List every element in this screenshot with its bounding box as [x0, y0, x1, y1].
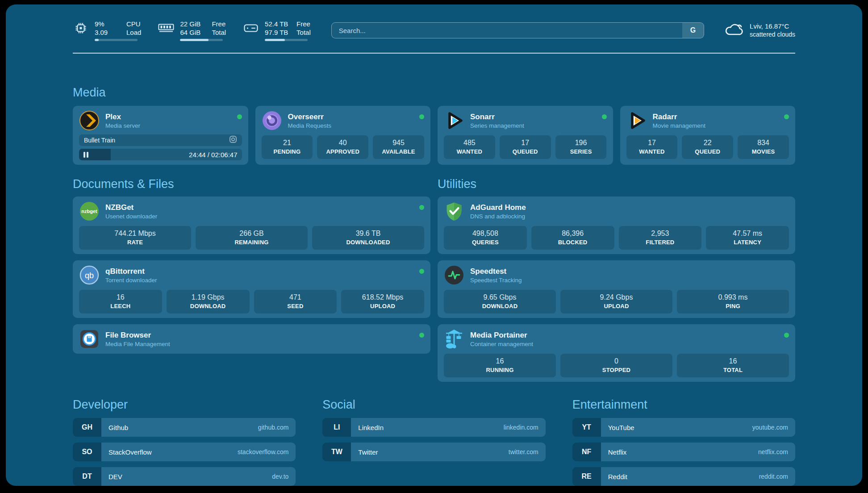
stat-stopped: 0 STOPPED	[560, 354, 672, 377]
card-adguard[interactable]: AdGuard Home DNS and adblocking 498,508 …	[438, 196, 795, 254]
dashboard-panel: 9% 3.09 CPU Load	[6, 4, 862, 486]
pause-button[interactable]	[83, 152, 88, 158]
bookmark-name: Netflix	[608, 448, 627, 456]
stat-approved: 40 APPROVED	[317, 135, 368, 159]
bookmark-dev[interactable]: DT DEV dev.to	[73, 467, 296, 486]
card-title: qBittorrent	[105, 267, 413, 276]
memory-total-label: Total	[212, 28, 226, 37]
stat-series: 196 SERIES	[555, 135, 607, 159]
bookmark-abbr: YT	[572, 418, 601, 437]
svg-text:nzbget: nzbget	[81, 209, 97, 214]
section-heading-entertainment: Entertainment	[572, 398, 795, 412]
card-title: File Browser	[105, 330, 413, 340]
stat-ping: 0.993 ms PING	[677, 290, 789, 313]
card-speedtest[interactable]: Speedtest Speedtest Tracking 9.65 Gbps D…	[438, 260, 795, 318]
card-portainer[interactable]: Media Portainer Container management 16 …	[438, 324, 795, 382]
plex-icon	[79, 110, 100, 131]
memory-total-value: 64 GiB	[180, 28, 206, 37]
card-radarr[interactable]: Radarr Movie management 17 WANTED 22 QUE…	[620, 106, 796, 165]
card-filebrowser[interactable]: File Browser Media File Management	[73, 324, 430, 354]
card-subtitle: Movie management	[653, 122, 779, 130]
adguard-icon	[444, 201, 464, 221]
cpu-load-label: Load	[126, 28, 141, 37]
card-title: Sonarr	[470, 112, 596, 121]
cpu-usage-value: 9%	[95, 20, 121, 28]
stat-queued: 22 QUEUED	[682, 135, 733, 159]
section-heading-social: Social	[322, 398, 545, 412]
bookmark-column-social: Social LI LinkedIn linkedin.com TW Twitt…	[322, 398, 545, 486]
card-subtitle: Media Requests	[288, 122, 414, 130]
now-playing-title: Bullet Train	[84, 137, 115, 144]
bookmark-linkedin[interactable]: LI LinkedIn linkedin.com	[322, 418, 545, 437]
weather-widget[interactable]: Lviv, 16.87°C scattered clouds	[724, 21, 795, 39]
bookmark-youtube[interactable]: YT YouTube youtube.com	[572, 418, 795, 437]
card-sonarr[interactable]: Sonarr Series management 485 WANTED 17 Q…	[438, 106, 613, 165]
card-subtitle: Media server	[105, 122, 231, 130]
bookmark-github[interactable]: GH Github github.com	[73, 418, 296, 437]
card-overseerr[interactable]: Overseerr Media Requests 21 PENDING 40 A…	[255, 106, 431, 165]
disk-total-label: Total	[296, 28, 311, 37]
bookmark-name: LinkedIn	[358, 424, 384, 431]
card-title: Plex	[105, 112, 231, 121]
status-dot-online	[784, 333, 789, 338]
documents-column: Documents & Files nzbget	[73, 177, 430, 382]
card-title: Overseerr	[288, 112, 414, 121]
disk-icon	[243, 22, 259, 34]
top-bar: 9% 3.09 CPU Load	[73, 20, 795, 41]
stat-wanted: 17 WANTED	[626, 135, 678, 159]
bookmark-netflix[interactable]: NF Netflix netflix.com	[572, 443, 795, 461]
cloud-icon	[724, 21, 743, 39]
bookmark-name: Reddit	[608, 473, 627, 480]
portainer-icon	[444, 329, 464, 349]
status-dot-online	[419, 269, 424, 274]
stat-total: 16 TOTAL	[677, 354, 789, 377]
disk-free-value: 52.4 TB	[265, 20, 291, 28]
weather-location-temp: Lviv, 16.87°C	[750, 22, 795, 30]
bookmark-url: dev.to	[272, 473, 288, 480]
playback-time: 24:44 / 02:06:47	[189, 151, 237, 159]
bookmark-name: DEV	[108, 473, 122, 480]
card-subtitle: Usenet downloader	[105, 213, 413, 220]
status-dot-online	[419, 114, 424, 119]
cpu-label: CPU	[126, 20, 141, 28]
plex-now-playing: Bullet Train	[79, 134, 242, 146]
bookmark-abbr: TW	[322, 443, 351, 461]
qbittorrent-icon: qb	[79, 265, 100, 285]
card-qbittorrent[interactable]: qb qBittorrent Torrent downloader	[73, 260, 430, 318]
section-heading-utilities: Utilities	[438, 177, 795, 191]
card-subtitle: Media File Management	[105, 340, 413, 348]
card-title: AdGuard Home	[470, 203, 789, 212]
disk-free-label: Free	[296, 20, 311, 28]
card-nzbget[interactable]: nzbget NZBGet Usenet downloader 74	[73, 196, 430, 254]
card-plex[interactable]: Plex Media server Bullet Train	[73, 106, 248, 165]
svg-text:qb: qb	[85, 271, 94, 280]
card-title: Radarr	[653, 112, 779, 121]
stat-movies: 834 MOVIES	[738, 135, 789, 159]
bookmark-name: Twitter	[358, 448, 378, 456]
search-input[interactable]	[332, 23, 682, 38]
cpu-load-value: 3.09	[95, 28, 121, 37]
status-dot-online	[419, 333, 424, 338]
video-icon	[229, 135, 237, 145]
memory-icon	[158, 23, 174, 33]
bookmark-column-entertainment: Entertainment YT YouTube youtube.com NF …	[572, 398, 795, 486]
bookmark-twitter[interactable]: TW Twitter twitter.com	[322, 443, 545, 461]
bookmark-column-developer: Developer GH Github github.com SO StackO…	[73, 398, 296, 486]
plex-progress-bar: 24:44 / 02:06:47	[79, 149, 242, 160]
section-heading-developer: Developer	[73, 398, 296, 412]
disk-monitor: 52.4 TB 97.9 TB Free Total	[243, 20, 311, 41]
bookmark-reddit[interactable]: RE Reddit reddit.com	[572, 467, 795, 486]
bookmark-abbr: LI	[322, 418, 351, 437]
search-engine-button[interactable]: G	[682, 23, 704, 38]
bookmark-stackoverflow[interactable]: SO StackOverflow stackoverflow.com	[73, 443, 296, 461]
status-dot-online	[602, 114, 607, 119]
speedtest-icon	[444, 265, 464, 285]
stat-download: 9.65 Gbps DOWNLOAD	[444, 290, 556, 313]
bookmark-name: YouTube	[608, 424, 634, 431]
bookmark-abbr: SO	[73, 443, 101, 461]
stat-queries: 498,508 QUERIES	[444, 226, 527, 250]
card-subtitle: DNS and adblocking	[470, 213, 789, 220]
section-heading-media: Media	[73, 86, 795, 100]
memory-progress-bar	[180, 39, 223, 41]
disk-progress-bar	[265, 39, 308, 41]
